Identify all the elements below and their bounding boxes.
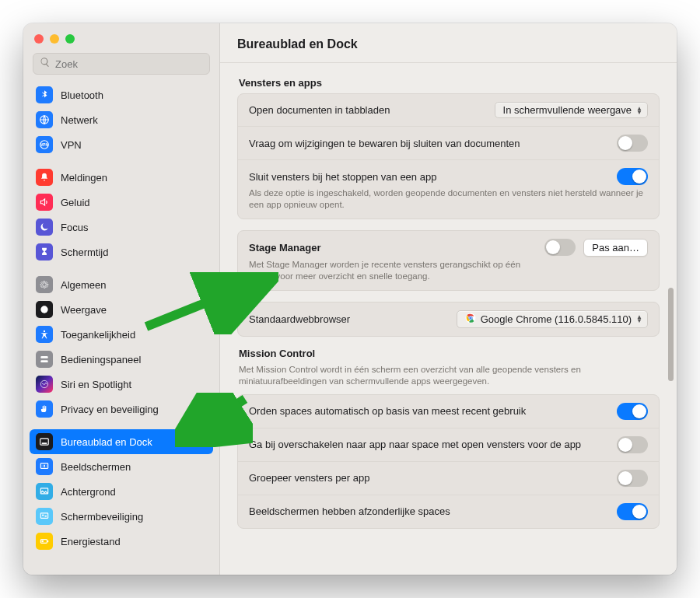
battery-icon	[36, 533, 53, 550]
sidebar-item-toegankelijkheid[interactable]: Toegankelijkheid	[30, 322, 213, 347]
hand-icon	[36, 400, 53, 418]
sidebar-item-siri-en-spotlight[interactable]: Siri en Spotlight	[30, 372, 213, 397]
search-container	[23, 50, 219, 82]
svg-rect-15	[45, 516, 47, 517]
svg-rect-17	[47, 540, 48, 542]
search-input[interactable]	[55, 58, 203, 70]
sidebar-item-schermtijd[interactable]: Schermtijd	[30, 240, 213, 264]
close-windows-sub: Als deze optie is ingeschakeld, worden g…	[249, 187, 648, 211]
svg-rect-14	[42, 515, 44, 516]
stage-manager-sub: Met Stage Manager worden je recente vens…	[249, 259, 529, 282]
sidebar-item-bedieningspaneel[interactable]: Bedieningspaneel	[30, 347, 213, 372]
sidebar-item-achtergrond[interactable]: Achtergrond	[30, 479, 213, 504]
sidebar-item-beeldschermen[interactable]: Beeldschermen	[30, 454, 213, 479]
sidebar-item-label: Energiestand	[61, 536, 121, 547]
sidebar-item-vpn[interactable]: VPNVPN	[30, 132, 213, 157]
sidebar-item-privacy-en-beveiliging[interactable]: Privacy en beveiliging	[30, 397, 213, 421]
sidebar-item-focus[interactable]: Focus	[30, 215, 213, 240]
panel-stage-manager: Stage Manager Pas aan… Met Stage Manager…	[237, 230, 660, 291]
svg-point-21	[469, 316, 471, 319]
stage-manager-toggle[interactable]	[544, 239, 576, 256]
sidebar-item-label: Focus	[61, 222, 88, 233]
open-documents-select[interactable]: In schermvullende weergave ▲▼	[495, 102, 648, 118]
section-desc-mission-control: Met Mission Control wordt in één scherm …	[239, 364, 658, 388]
accessibility-icon	[36, 326, 53, 343]
hourglass-icon	[36, 243, 53, 261]
chrome-icon	[465, 313, 476, 326]
sidebar-item-meldingen[interactable]: Meldingen	[30, 165, 213, 190]
speaker-icon	[36, 194, 53, 211]
screensaver-icon	[36, 508, 53, 525]
sidebar-item-label: Bureaublad en Dock	[61, 436, 152, 448]
sidebar-item-geluid[interactable]: Geluid	[30, 190, 213, 215]
content-pane: Bureaublad en Dock Vensters en apps Open…	[220, 23, 677, 575]
displays-icon	[36, 458, 53, 475]
sidebar-item-label: Bedieningspaneel	[61, 354, 141, 365]
window-controls	[23, 23, 219, 50]
row-switch-space: Ga bij overschakelen naar app naar space…	[238, 428, 659, 462]
search-icon	[40, 57, 51, 71]
row-open-documents: Open documenten in tabbladen In schermvu…	[238, 94, 659, 127]
svg-rect-6	[40, 360, 47, 362]
sidebar-item-label: Siri en Spotlight	[61, 379, 131, 390]
svg-point-7	[40, 380, 47, 387]
auto-rearrange-label: Orden spaces automatisch op basis van me…	[249, 405, 606, 417]
gear-icon	[36, 276, 53, 293]
stage-manager-label: Stage Manager	[249, 242, 534, 254]
ask-save-label: Vraag om wijzigingen te bewaren bij slui…	[249, 138, 606, 149]
sidebar-item-label: Schermtijd	[61, 247, 108, 258]
svg-rect-13	[40, 513, 47, 518]
scrollbar-thumb[interactable]	[668, 288, 674, 381]
globe-icon	[36, 111, 53, 128]
section-title-mission-control: Mission Control	[239, 348, 658, 359]
auto-rearrange-toggle[interactable]	[617, 403, 648, 420]
close-windows-toggle[interactable]	[617, 168, 648, 185]
window-fullscreen-button[interactable]	[65, 34, 75, 44]
svg-text:VPN: VPN	[40, 143, 48, 147]
sidebar-item-schermbeveiliging[interactable]: Schermbeveiliging	[30, 504, 213, 529]
sidebar-item-weergave[interactable]: Weergave	[30, 297, 213, 322]
separate-spaces-label: Beeldschermen hebben afzonderlijke space…	[249, 505, 606, 517]
panel-windows-apps: Open documenten in tabbladen In schermvu…	[237, 93, 660, 219]
content-scroll[interactable]: Vensters en apps Open documenten in tabb…	[220, 63, 677, 575]
window-close-button[interactable]	[34, 34, 44, 44]
ask-save-toggle[interactable]	[617, 135, 648, 152]
sidebar-item-bluetooth[interactable]: Bluetooth	[30, 82, 213, 107]
row-default-browser: Standaardwebbrowser Google Chrome (116.0…	[238, 302, 659, 336]
sidebar-item-label: Algemeen	[61, 279, 107, 291]
system-settings-window: BluetoothNetwerkVPNVPNMeldingenGeluidFoc…	[23, 23, 677, 575]
bell-icon	[36, 169, 53, 186]
sidebar-item-label: Privacy en beveiliging	[61, 404, 159, 415]
switch-space-label: Ga bij overschakelen naar app naar space…	[249, 439, 606, 450]
default-browser-value: Google Chrome (116.0.5845.110)	[481, 313, 632, 325]
sidebar-item-energiestand[interactable]: Energiestand	[30, 529, 213, 554]
open-documents-value: In schermvullende weergave	[503, 104, 632, 116]
group-windows-toggle[interactable]	[617, 470, 648, 487]
sidebar-item-algemeen[interactable]: Algemeen	[30, 272, 213, 297]
stage-manager-customize-button[interactable]: Pas aan…	[583, 239, 648, 257]
bluetooth-icon	[36, 86, 53, 103]
svg-point-11	[44, 465, 45, 467]
updown-icon: ▲▼	[636, 315, 642, 323]
sidebar-item-label: Achtergrond	[61, 486, 116, 498]
default-browser-label: Standaardwebbrowser	[249, 313, 446, 325]
sidebar-item-netwerk[interactable]: Netwerk	[30, 107, 213, 132]
sidebar-item-label: Weergave	[61, 304, 107, 316]
switch-space-toggle[interactable]	[617, 436, 648, 453]
sidebar-item-label: VPN	[61, 139, 82, 151]
sidebar-item-label: Schermbeveiliging	[61, 511, 143, 523]
controlcenter-icon	[36, 351, 53, 368]
sidebar-nav[interactable]: BluetoothNetwerkVPNVPNMeldingenGeluidFoc…	[23, 82, 219, 575]
default-browser-select[interactable]: Google Chrome (116.0.5845.110) ▲▼	[457, 310, 648, 328]
separate-spaces-toggle[interactable]	[617, 503, 648, 520]
sidebar-item-label: Bluetooth	[61, 89, 103, 101]
sidebar-item-label: Toegankelijkheid	[61, 329, 135, 341]
sidebar-item-bureaublad-en-dock[interactable]: Bureaublad en Dock	[30, 429, 213, 454]
window-minimize-button[interactable]	[50, 34, 59, 44]
row-separate-spaces: Beeldschermen hebben afzonderlijke space…	[238, 495, 659, 528]
section-title-windows-apps: Vensters en apps	[239, 77, 658, 89]
open-documents-label: Open documenten in tabbladen	[249, 104, 484, 116]
search-field[interactable]	[33, 53, 210, 75]
siri-icon	[36, 376, 53, 393]
sidebar-item-label: Meldingen	[61, 172, 107, 184]
